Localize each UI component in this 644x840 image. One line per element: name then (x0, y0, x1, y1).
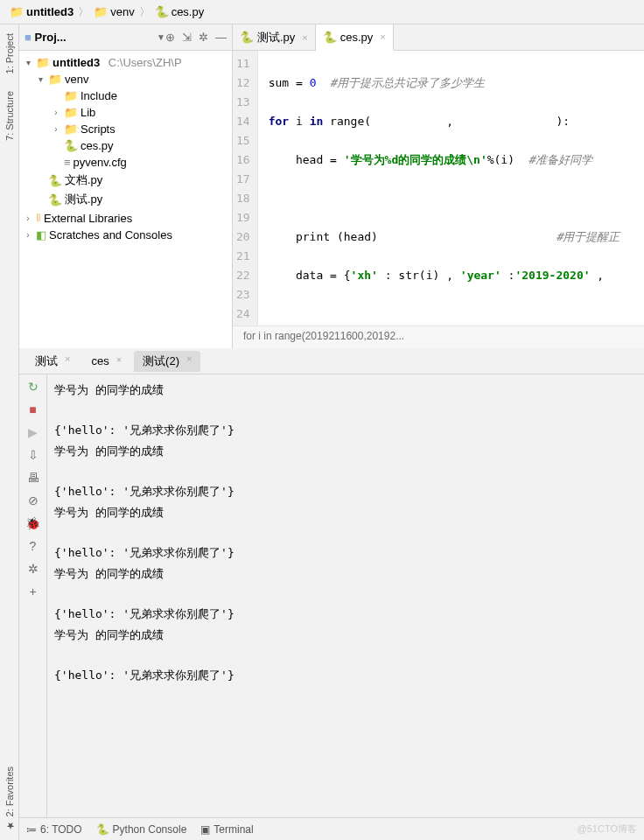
side-tab-structure[interactable]: 7: Structure (0, 82, 18, 150)
tree-root[interactable]: ▾📁untitled3 C:\Users\ZH\P (19, 54, 232, 71)
python-icon: 🐍 (96, 823, 109, 836)
breadcrumb-file[interactable]: 🐍ces.py (152, 5, 207, 18)
terminal-icon: ▣ (200, 823, 210, 836)
tree-external[interactable]: ›⫴External Libraries (19, 209, 232, 227)
breadcrumb-project[interactable]: 📁untitled3 (7, 5, 76, 18)
folder-icon: 📁 (10, 5, 24, 18)
bottom-toolbar: ≔6: TODO 🐍Python Console ▣Terminal @51CT… (19, 817, 644, 840)
project-tree: ▾📁untitled3 C:\Users\ZH\P ▾📁venv 📁Includ… (19, 51, 232, 348)
chevron-down-icon[interactable]: ▼ (157, 32, 165, 42)
breadcrumb: 📁untitled3 〉 📁venv 〉 🐍ces.py (0, 0, 644, 24)
python-file-icon: 🐍 (155, 5, 169, 18)
left-tool-strip: 1: Project 7: Structure ★2: Favorites (0, 24, 19, 840)
tree-lib[interactable]: ›📁Lib (19, 104, 232, 121)
hide-icon[interactable]: — (215, 31, 227, 44)
link-icon[interactable]: ⊘ (28, 494, 38, 508)
side-tab-favorites[interactable]: ★2: Favorites (0, 758, 18, 840)
rerun-icon[interactable]: ↻ (28, 380, 38, 394)
console-output[interactable]: 学号为 的同学的成绩 {'hello': '兄弟求求你别爬了'} 学号为 的同学… (47, 374, 644, 817)
tree-include[interactable]: 📁Include (19, 88, 232, 104)
play-icon[interactable]: ▶ (28, 425, 38, 439)
close-icon[interactable]: × (380, 32, 385, 42)
folder-icon: 📁 (94, 5, 108, 18)
add-icon[interactable]: + (29, 584, 36, 598)
panel-title: Proj... (34, 31, 157, 44)
close-icon[interactable]: × (65, 354, 70, 369)
settings-icon[interactable]: ✲ (28, 562, 38, 576)
code-editor[interactable]: 1112131415161718192021222324 sum = 0 #用于… (233, 51, 644, 326)
bottom-todo[interactable]: ≔6: TODO (26, 823, 82, 836)
stop-icon[interactable]: ■ (29, 402, 36, 416)
run-tab-3[interactable]: 测试(2)× (134, 351, 200, 372)
tree-ceshi[interactable]: 🐍测试.py (19, 190, 232, 209)
help-icon[interactable]: ? (30, 539, 37, 553)
tree-ces[interactable]: 🐍ces.py (19, 137, 232, 154)
collapse-icon[interactable]: ⇲ (182, 31, 192, 44)
editor-tabs: 🐍测试.py× 🐍ces.py× (233, 24, 644, 51)
tree-scratches[interactable]: ›◧Scratches and Consoles (19, 227, 232, 243)
editor-area: 🐍测试.py× 🐍ces.py× 11121314151617181920212… (233, 24, 644, 348)
run-tab-1[interactable]: 测试× (26, 351, 79, 372)
tree-venv[interactable]: ▾📁venv (19, 71, 232, 88)
editor-breadcrumb[interactable]: for i in range(2019211600,20192... (233, 326, 644, 348)
python-file-icon: 🐍 (240, 31, 254, 44)
breadcrumb-folder[interactable]: 📁venv (91, 5, 136, 18)
tree-scripts[interactable]: ›📁Scripts (19, 121, 232, 137)
close-icon[interactable]: × (116, 354, 122, 368)
target-icon[interactable]: ⊕ (165, 31, 175, 44)
tree-pyvenv[interactable]: ≡pyvenv.cfg (19, 154, 232, 171)
bottom-python-console[interactable]: 🐍Python Console (96, 823, 187, 836)
close-icon[interactable]: × (186, 354, 192, 369)
tree-wendang[interactable]: 🐍文档.py (19, 171, 232, 190)
run-toolbar: ↻ ■ ▶ ⇩ 🖶 ⊘ 🐞 ? ✲ + (19, 374, 47, 817)
bottom-terminal[interactable]: ▣Terminal (200, 823, 253, 836)
folder-icon: ■ (24, 31, 32, 44)
print-icon[interactable]: 🖶 (27, 471, 39, 485)
list-icon: ≔ (26, 823, 37, 836)
close-icon[interactable]: × (302, 32, 307, 43)
side-tab-project[interactable]: 1: Project (0, 24, 18, 82)
editor-tab-ceshi[interactable]: 🐍测试.py× (233, 24, 316, 50)
download-icon[interactable]: ⇩ (28, 448, 38, 462)
settings-icon[interactable]: ✲ (199, 31, 208, 44)
chevron-right-icon: 〉 (78, 4, 89, 20)
bug-icon[interactable]: 🐞 (25, 516, 40, 530)
editor-tab-ces[interactable]: 🐍ces.py× (316, 24, 394, 51)
gutter: 1112131415161718192021222324 (233, 51, 258, 326)
run-tab-2[interactable]: ces× (82, 352, 130, 370)
watermark: @51CTO博客 (578, 822, 637, 836)
python-file-icon: 🐍 (323, 31, 337, 44)
run-tabs: 测试× ces× 测试(2)× (19, 348, 644, 374)
project-panel: ■ Proj... ▼ ⊕ ⇲ ✲ — ▾📁untitled3 C:\Users… (19, 24, 233, 348)
chevron-right-icon: 〉 (139, 4, 150, 20)
